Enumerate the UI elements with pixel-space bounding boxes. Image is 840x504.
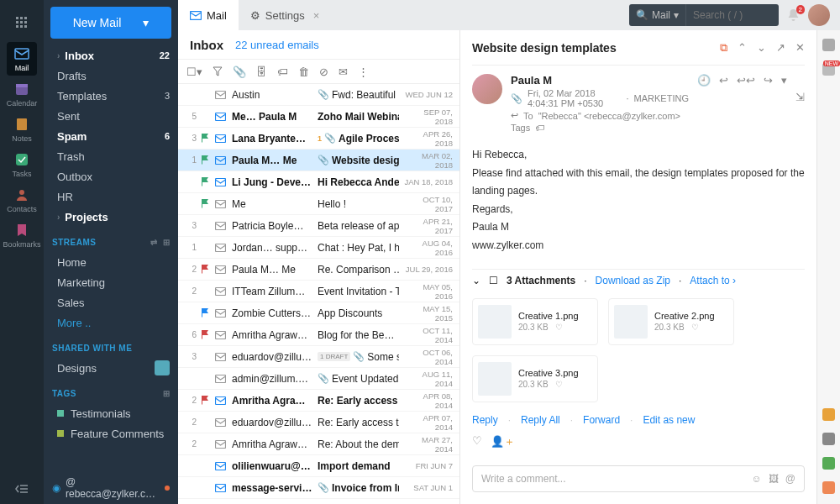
account-switcher[interactable]: ◉@ rebecca@zylker.c… (44, 472, 178, 504)
folder-spam[interactable]: Spam6 (44, 126, 178, 146)
tag-feature-comments[interactable]: Feature Comments (44, 423, 178, 444)
reply-inline-icon[interactable]: ↩ (511, 110, 518, 121)
search-input[interactable] (686, 9, 779, 21)
email-row[interactable]: 2eduardov@zillum.c…Re: Early access to b… (178, 412, 459, 433)
flag-icon[interactable] (202, 177, 210, 186)
search-box[interactable]: 🔍Mail▾ (629, 4, 779, 26)
share-icon[interactable]: ⇲ (795, 91, 805, 133)
comment-input[interactable]: Write a comment... ☺🖼@ (472, 465, 805, 492)
email-row[interactable]: 6Amritha Agrawal…Blog for the Be…+1OCT 1… (178, 324, 459, 346)
flag-icon[interactable] (202, 396, 210, 405)
attachment-card[interactable]: Creative 1.png20.3 KB ♡ (472, 298, 598, 345)
email-row[interactable]: 3eduardov@zillum.c…1 DRAFT📎Some snaps f…… (178, 346, 459, 368)
flag-icon[interactable] (202, 308, 210, 318)
attach-to-link[interactable]: Attach to › (690, 275, 736, 286)
flag-icon[interactable] (202, 134, 210, 143)
email-row[interactable]: admin@zillum.com📎Event Updated - De…AUG … (178, 368, 459, 390)
stream-marketing[interactable]: Marketing (44, 272, 178, 292)
email-row[interactable]: message-service@…📎Invoice from Invoice …… (178, 477, 459, 499)
reply-icon[interactable]: ↩ (719, 74, 728, 133)
archive-icon[interactable]: 🗄 (256, 66, 267, 78)
notifications-icon[interactable]: 2 (787, 8, 800, 22)
flag-icon[interactable] (202, 155, 210, 165)
attachment-filter-icon[interactable]: 📎 (233, 66, 246, 78)
flag-icon[interactable] (202, 265, 210, 274)
add-stream-icon[interactable]: ⊞ (163, 238, 171, 247)
tag-testimonials[interactable]: Testimonials (44, 403, 178, 423)
tab-settings[interactable]: ⚙Settings× (239, 0, 332, 30)
folder-projects[interactable]: ›Projects (44, 207, 178, 227)
apps-menu-icon[interactable] (7, 7, 37, 40)
tab-mail[interactable]: Mail (178, 0, 239, 30)
email-row[interactable]: 1Jordan… support@z…Chat : Hey Pat, I hav… (178, 237, 459, 259)
reply-all-link[interactable]: Reply All (521, 414, 560, 426)
email-row[interactable]: Li Jung - DeveloperHi Rebecca Anderson, … (178, 171, 459, 193)
edit-as-new-link[interactable]: Edit as new (643, 414, 695, 426)
folder-templates[interactable]: Templates3 (44, 86, 178, 106)
flag-icon[interactable] (202, 199, 210, 208)
prev-email-icon[interactable]: ⌃ (738, 41, 747, 55)
mail-app[interactable]: Mail (7, 42, 37, 76)
like-icon[interactable]: ♡ (472, 434, 482, 449)
attach-comment-icon[interactable]: 🖼 (769, 473, 779, 485)
close-icon[interactable]: × (313, 9, 320, 22)
next-email-icon[interactable]: ⌄ (757, 41, 766, 55)
contacts-app[interactable]: Contacts (7, 183, 37, 217)
attachment-card[interactable]: Creative 2.png20.3 KB ♡ (608, 298, 734, 345)
mention-icon[interactable]: @ (785, 473, 795, 485)
folder-trash[interactable]: Trash (44, 146, 178, 166)
widget-add-icon[interactable] (822, 408, 835, 421)
email-row[interactable]: MeHello !OCT 10, 2017 (178, 193, 459, 215)
email-row[interactable]: 2Amritha Agrawal…Re: About the demo pr…M… (178, 433, 459, 455)
shared-designs[interactable]: Designs (44, 358, 178, 378)
unread-count[interactable]: 22 unread emails (235, 39, 319, 51)
folder-drafts[interactable]: Drafts (44, 66, 178, 86)
delete-icon[interactable]: 🗑 (298, 66, 309, 78)
reply-link[interactable]: Reply (472, 414, 498, 426)
forward-icon[interactable]: ↪ (764, 74, 773, 133)
stream-sales[interactable]: Sales (44, 292, 178, 312)
email-row[interactable]: Austin📎Fwd: Beautiful locati…WED JUN 12 (178, 84, 459, 106)
folder-outbox[interactable]: Outbox (44, 166, 178, 186)
add-tag-icon[interactable]: ⊞ (163, 389, 171, 398)
popout-icon[interactable]: ↗ (776, 41, 785, 55)
search-scope-selector[interactable]: 🔍Mail▾ (629, 4, 686, 26)
select-attachments-checkbox[interactable]: ☐ (489, 275, 498, 286)
more-actions-icon[interactable]: ▾ (781, 74, 787, 133)
notes-app[interactable]: Notes (7, 113, 37, 146)
tag-icon[interactable]: 🏷 (277, 66, 288, 78)
widget-star-icon[interactable] (822, 433, 835, 445)
emoji-icon[interactable]: ☺ (752, 473, 762, 485)
streams-settings-icon[interactable]: ⇄ (150, 238, 158, 247)
invite-icon[interactable]: 👤＋ (491, 434, 515, 449)
flag-icon[interactable] (202, 330, 210, 339)
select-all-checkbox[interactable]: ☐▾ (186, 66, 202, 78)
user-avatar[interactable] (808, 4, 830, 26)
add-tag-inline-icon[interactable]: 🏷 (535, 123, 544, 133)
folder-hr[interactable]: HR (44, 186, 178, 207)
email-row[interactable]: 3Patricia Boyle… MeBeta release of appli… (178, 215, 459, 237)
stream-home[interactable]: Home (44, 252, 178, 272)
email-row[interactable]: olilienwuaru@gmai…Import demandFRI JUN 7 (178, 455, 459, 477)
bookmarks-app[interactable]: Bookmarks (7, 218, 37, 252)
email-row[interactable]: 5Me… Paula MZoho Mail WebinarSEP 07, 201… (178, 106, 459, 128)
stream-more[interactable]: More .. (44, 312, 178, 333)
reminder-icon[interactable]: 🕘 (697, 74, 711, 133)
collapse-sidebar-icon[interactable] (15, 484, 29, 494)
attachment-card[interactable]: Creative 3.png20.3 KB ♡ (472, 355, 598, 402)
email-row[interactable]: 2Amritha Agrawal…Re: Early access to …AP… (178, 390, 459, 412)
download-zip-link[interactable]: Download as Zip (596, 275, 670, 286)
email-row[interactable]: Zombie Cutters… le…App DiscountsMAY 15, … (178, 302, 459, 324)
widget-settings-icon[interactable] (822, 39, 835, 51)
email-row[interactable]: 2Paula M… MeRe. Comparison …JUL 29, 2016 (178, 259, 459, 281)
folder-inbox[interactable]: ›Inbox22 (44, 45, 178, 66)
pane-toggle-icon[interactable]: ⧉ (720, 41, 727, 55)
email-row[interactable]: 2ITTeam Zillum… MeEvent Invitation - Tea… (178, 281, 459, 302)
widget-link-icon[interactable] (822, 457, 835, 470)
folder-sent[interactable]: Sent (44, 106, 178, 126)
toggle-attachments-icon[interactable]: ⌄ (472, 275, 480, 286)
close-reader-icon[interactable]: ✕ (795, 41, 805, 55)
mark-read-icon[interactable]: ✉ (339, 66, 348, 78)
forward-link[interactable]: Forward (583, 414, 620, 426)
widget-chat-icon[interactable] (822, 481, 835, 494)
